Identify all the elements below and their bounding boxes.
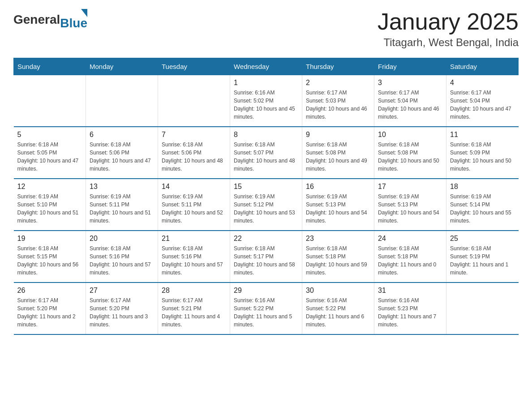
day-number: 11 [450,131,515,139]
calendar-cell [446,283,519,334]
logo: General Blue [13,9,87,30]
day-number: 10 [378,131,442,139]
calendar-cell: 23Sunrise: 6:18 AM Sunset: 5:18 PM Dayli… [302,231,374,283]
day-number: 29 [234,287,298,295]
calendar-cell: 5Sunrise: 6:18 AM Sunset: 5:05 PM Daylig… [14,127,86,179]
day-of-week-header: Friday [374,58,446,75]
day-info: Sunrise: 6:19 AM Sunset: 5:13 PM Dayligh… [378,193,442,225]
calendar-cell: 15Sunrise: 6:19 AM Sunset: 5:12 PM Dayli… [230,179,302,231]
day-number: 14 [162,183,226,191]
calendar-cell: 18Sunrise: 6:19 AM Sunset: 5:14 PM Dayli… [446,179,519,231]
calendar-cell: 26Sunrise: 6:17 AM Sunset: 5:20 PM Dayli… [14,283,86,334]
day-number: 21 [162,235,226,243]
day-info: Sunrise: 6:19 AM Sunset: 5:13 PM Dayligh… [306,193,370,225]
location-title: Titagarh, West Bengal, India [378,36,519,49]
page-header: General Blue January 2025 Titagarh, West… [13,9,519,49]
calendar-cell: 20Sunrise: 6:18 AM Sunset: 5:16 PM Dayli… [86,231,158,283]
calendar-week-row: 1Sunrise: 6:16 AM Sunset: 5:02 PM Daylig… [14,75,519,127]
day-number: 28 [162,287,226,295]
day-info: Sunrise: 6:18 AM Sunset: 5:18 PM Dayligh… [378,244,442,277]
calendar-cell: 1Sunrise: 6:16 AM Sunset: 5:02 PM Daylig… [230,75,302,127]
calendar-cell: 24Sunrise: 6:18 AM Sunset: 5:18 PM Dayli… [374,231,446,283]
day-info: Sunrise: 6:18 AM Sunset: 5:07 PM Dayligh… [234,141,298,173]
day-number: 19 [17,235,82,243]
day-info: Sunrise: 6:19 AM Sunset: 5:10 PM Dayligh… [17,193,82,225]
calendar-cell [158,75,230,127]
days-of-week-row: SundayMondayTuesdayWednesdayThursdayFrid… [14,58,519,75]
day-number: 4 [450,79,515,87]
calendar-cell: 29Sunrise: 6:16 AM Sunset: 5:22 PM Dayli… [230,283,302,334]
calendar-cell: 17Sunrise: 6:19 AM Sunset: 5:13 PM Dayli… [374,179,446,231]
day-info: Sunrise: 6:18 AM Sunset: 5:09 PM Dayligh… [450,141,515,173]
calendar-cell: 9Sunrise: 6:18 AM Sunset: 5:08 PM Daylig… [302,127,374,179]
day-info: Sunrise: 6:18 AM Sunset: 5:08 PM Dayligh… [378,141,442,173]
day-number: 8 [234,131,298,139]
month-title: January 2025 [378,9,519,34]
day-number: 20 [90,235,154,243]
calendar-body: 1Sunrise: 6:16 AM Sunset: 5:02 PM Daylig… [14,75,519,335]
day-info: Sunrise: 6:19 AM Sunset: 5:11 PM Dayligh… [162,193,226,225]
day-number: 27 [90,287,154,295]
calendar-cell: 30Sunrise: 6:16 AM Sunset: 5:22 PM Dayli… [302,283,374,334]
day-info: Sunrise: 6:16 AM Sunset: 5:22 PM Dayligh… [306,296,370,329]
calendar-cell: 7Sunrise: 6:18 AM Sunset: 5:06 PM Daylig… [158,127,230,179]
calendar-cell: 6Sunrise: 6:18 AM Sunset: 5:06 PM Daylig… [86,127,158,179]
calendar-cell: 31Sunrise: 6:16 AM Sunset: 5:23 PM Dayli… [374,283,446,334]
day-number: 1 [234,79,298,87]
day-number: 25 [450,235,515,243]
calendar-cell: 2Sunrise: 6:17 AM Sunset: 5:03 PM Daylig… [302,75,374,127]
calendar-cell: 14Sunrise: 6:19 AM Sunset: 5:11 PM Dayli… [158,179,230,231]
calendar-cell: 22Sunrise: 6:18 AM Sunset: 5:17 PM Dayli… [230,231,302,283]
day-info: Sunrise: 6:17 AM Sunset: 5:03 PM Dayligh… [306,89,370,121]
calendar-cell: 21Sunrise: 6:18 AM Sunset: 5:16 PM Dayli… [158,231,230,283]
day-info: Sunrise: 6:17 AM Sunset: 5:04 PM Dayligh… [450,89,515,121]
calendar-cell: 25Sunrise: 6:18 AM Sunset: 5:19 PM Dayli… [446,231,519,283]
day-number: 30 [306,287,370,295]
day-of-week-header: Tuesday [158,58,230,75]
day-number: 3 [378,79,442,87]
day-number: 16 [306,183,370,191]
day-info: Sunrise: 6:18 AM Sunset: 5:06 PM Dayligh… [162,141,226,173]
day-info: Sunrise: 6:18 AM Sunset: 5:06 PM Dayligh… [90,141,154,173]
day-info: Sunrise: 6:19 AM Sunset: 5:14 PM Dayligh… [450,193,515,225]
day-number: 31 [378,287,442,295]
day-info: Sunrise: 6:17 AM Sunset: 5:20 PM Dayligh… [90,296,154,329]
calendar-week-row: 5Sunrise: 6:18 AM Sunset: 5:05 PM Daylig… [14,127,519,179]
calendar-cell [86,75,158,127]
day-number: 23 [306,235,370,243]
day-info: Sunrise: 6:18 AM Sunset: 5:18 PM Dayligh… [306,244,370,277]
calendar-cell: 4Sunrise: 6:17 AM Sunset: 5:04 PM Daylig… [446,75,519,127]
day-number: 2 [306,79,370,87]
calendar-cell: 28Sunrise: 6:17 AM Sunset: 5:21 PM Dayli… [158,283,230,334]
calendar-week-row: 19Sunrise: 6:18 AM Sunset: 5:15 PM Dayli… [14,231,519,283]
calendar-week-row: 26Sunrise: 6:17 AM Sunset: 5:20 PM Dayli… [14,283,519,334]
day-of-week-header: Monday [86,58,158,75]
calendar-week-row: 12Sunrise: 6:19 AM Sunset: 5:10 PM Dayli… [14,179,519,231]
day-info: Sunrise: 6:16 AM Sunset: 5:22 PM Dayligh… [234,296,298,329]
day-number: 26 [17,287,82,295]
day-of-week-header: Saturday [446,58,519,75]
calendar-cell: 11Sunrise: 6:18 AM Sunset: 5:09 PM Dayli… [446,127,519,179]
calendar-cell: 3Sunrise: 6:17 AM Sunset: 5:04 PM Daylig… [374,75,446,127]
calendar-header: SundayMondayTuesdayWednesdayThursdayFrid… [14,58,519,75]
day-info: Sunrise: 6:19 AM Sunset: 5:12 PM Dayligh… [234,193,298,225]
title-section: January 2025 Titagarh, West Bengal, Indi… [378,9,519,49]
day-info: Sunrise: 6:18 AM Sunset: 5:17 PM Dayligh… [234,244,298,277]
day-of-week-header: Sunday [14,58,86,75]
day-number: 9 [306,131,370,139]
day-info: Sunrise: 6:18 AM Sunset: 5:08 PM Dayligh… [306,141,370,173]
day-info: Sunrise: 6:17 AM Sunset: 5:20 PM Dayligh… [17,296,82,329]
day-info: Sunrise: 6:17 AM Sunset: 5:21 PM Dayligh… [162,296,226,329]
day-number: 15 [234,183,298,191]
logo-general-text: General [13,13,60,27]
day-info: Sunrise: 6:19 AM Sunset: 5:11 PM Dayligh… [90,193,154,225]
day-info: Sunrise: 6:18 AM Sunset: 5:16 PM Dayligh… [90,244,154,277]
calendar-table: SundayMondayTuesdayWednesdayThursdayFrid… [13,58,519,335]
day-info: Sunrise: 6:16 AM Sunset: 5:23 PM Dayligh… [378,296,442,329]
logo-blue-text: Blue [60,16,87,30]
day-of-week-header: Wednesday [230,58,302,75]
calendar-cell: 12Sunrise: 6:19 AM Sunset: 5:10 PM Dayli… [14,179,86,231]
day-number: 17 [378,183,442,191]
calendar-cell: 16Sunrise: 6:19 AM Sunset: 5:13 PM Dayli… [302,179,374,231]
day-info: Sunrise: 6:18 AM Sunset: 5:19 PM Dayligh… [450,244,515,277]
